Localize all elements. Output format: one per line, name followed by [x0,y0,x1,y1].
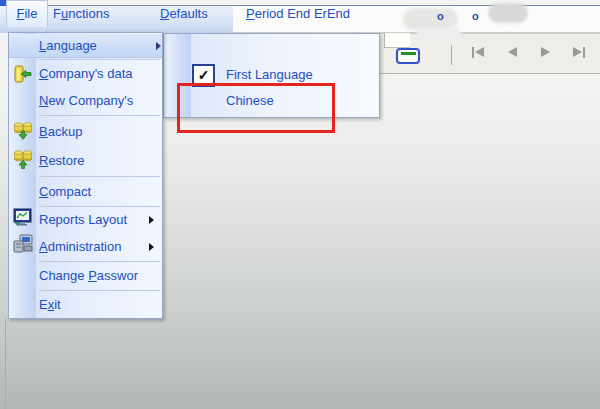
menu-item-backup[interactable]: Backup [39,117,160,147]
window-fragment [384,33,410,48]
menu-item-compact[interactable]: Compact [39,178,160,205]
application-window: File Functions Defaults Period End ErEnd… [0,0,600,409]
restore-icon [12,149,34,171]
previous-record-icon [508,47,517,57]
screenshot-artifact-blob [416,27,462,45]
toolbar-separator [451,45,452,65]
menubar-item-period-end[interactable]: Period End ErEnd [246,0,350,27]
menu-separator [39,115,160,116]
submenu-arrow-icon [149,243,154,251]
toolbar-edge [380,74,600,76]
stray-glyph: o [472,10,479,22]
fragment-green-line [401,52,416,55]
administration-icon [12,233,34,255]
reports-layout-icon [12,206,34,228]
submenu-arrow-icon [156,42,161,50]
menubar-item-functions[interactable]: Functions [53,0,109,27]
annotation-red-box [177,83,335,133]
stray-glyph: o [437,10,444,22]
previous-record-button[interactable] [503,44,521,60]
last-record-icon [573,47,582,57]
menu-item-administration[interactable]: Administration [39,233,160,260]
menu-item-new-companys[interactable]: New Company's [39,87,160,114]
menubar-item-defaults[interactable]: Defaults [160,0,208,27]
menu-separator [39,59,160,60]
next-record-button[interactable] [536,44,554,60]
button-fragment [396,48,420,64]
next-record-icon [541,47,550,57]
menu-item-reports-layout[interactable]: Reports Layout [39,207,160,233]
submenu-arrow-icon [149,216,154,224]
backup-icon [12,120,34,142]
menu-item-companys-data[interactable]: Company's data [39,61,160,87]
last-record-button[interactable] [570,44,588,60]
window-left-edge [5,318,6,409]
menubar-item-file[interactable]: File [6,0,48,27]
screenshot-artifact-blob [488,3,528,23]
company-data-icon [12,63,34,85]
file-menu: Language Company's data New Company's Ba… [8,32,163,319]
menu-item-restore[interactable]: Restore [39,147,160,175]
menu-separator [39,176,160,177]
menu-item-exit[interactable]: Exit [39,291,160,318]
first-record-icon [472,47,474,58]
first-record-button[interactable] [469,44,487,60]
menu-item-change-password[interactable]: Change Passwor [39,262,160,289]
menu-item-language[interactable]: Language [39,34,160,58]
